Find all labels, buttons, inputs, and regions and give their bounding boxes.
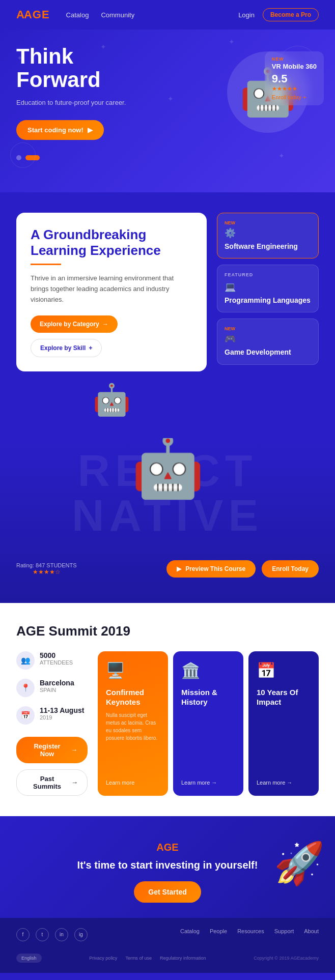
location-icon: 📍 [16,679,35,697]
summit-card-mission[interactable]: 🏛️ Mission & History Learn more → [173,651,243,796]
footer-bottom: English Privacy policy Terms of use Regu… [16,954,319,963]
react-stars: ★★★★☆ [16,568,77,575]
nav-actions: Login Become a Pro [238,8,319,21]
mission-title: Mission & History [181,687,235,707]
register-now-btn[interactable]: Register Now → [16,737,88,763]
navbar: AAGE Catalog Community Login Become a Pr… [0,0,335,30]
mission-icon: 🏛️ [181,661,235,679]
privacy-policy-link[interactable]: Privacy policy [89,956,117,961]
learning-title: A Groundbreaking Learning Experience [31,227,192,258]
location-value: Barcelona [40,679,74,687]
footer-about[interactable]: About [304,928,319,934]
terms-link[interactable]: Terms of use [125,956,152,961]
summit-layout: 👥 5000 ATTENDEES 📍 Barcelona SPAIN 📅 11-… [16,651,319,796]
date-text: 11-13 August 2019 [40,706,84,720]
regulatory-link[interactable]: Regulatory information [160,956,206,961]
arrow-icon: ▶ [88,126,93,134]
keynotes-title: Confirmed Keynotes [106,687,160,707]
keynotes-desc: Nulla suscipit eget metus ac lacinia. Cr… [106,711,160,742]
title-underline [31,264,61,265]
location-label: SPAIN [40,687,74,693]
footer-people[interactable]: People [210,928,227,934]
summit-title: AGE Summit 2019 [16,623,319,639]
nav-pro-btn[interactable]: Become a Pro [263,8,319,21]
react-robot-mascot: 🤖 [131,438,204,502]
social-facebook[interactable]: f [16,928,30,941]
arrow-icon: → [71,746,77,754]
card-badge: NEW [272,56,317,62]
summit-date: 📅 11-13 August 2019 [16,706,88,725]
course-badge-new: NEW [225,220,311,225]
enroll-today-btn[interactable]: Enroll Today [262,560,319,578]
react-native-section: REACT NATIVE 🤖 Rating: 847 STUDENTS ★★★★… [0,438,335,603]
footer: f t in ig Catalog People Resources Suppo… [0,918,335,973]
course-card-game[interactable]: NEW 🎮 Game Development [217,319,319,364]
learning-desc: Thrive in an immersive learning environm… [31,273,192,305]
hero-cta-button[interactable]: Start coding now! ▶ [16,120,104,140]
summit-location: 📍 Barcelona SPAIN [16,679,88,697]
nav-community[interactable]: Community [101,11,134,19]
course-card-programming[interactable]: FEATURED 💻 Programming Languages [217,265,319,312]
dot-1[interactable] [16,155,21,160]
hero-title: Think Forward [16,45,207,92]
summit-cards: 🖥️ Confirmed Keynotes Nulla suscipit ege… [98,651,319,796]
summit-card-keynotes[interactable]: 🖥️ Confirmed Keynotes Nulla suscipit ege… [98,651,168,796]
explore-skill-btn[interactable]: Explore by Skill + [31,339,102,357]
summit-info: 👥 5000 ATTENDEES 📍 Barcelona SPAIN 📅 11-… [16,651,88,796]
date-value: 11-13 August [40,706,84,714]
btn-arrow-icon: → [102,321,108,328]
impact-icon: 📅 [257,661,311,679]
date-label: 2019 [40,714,84,720]
learning-card: A Groundbreaking Learning Experience Thr… [16,213,207,371]
language-selector[interactable]: English [16,954,42,963]
social-linkedin[interactable]: in [55,928,68,941]
card-enroll-link[interactable]: Enroll today + [272,94,317,100]
mission-link[interactable]: Learn more → [181,780,235,786]
hero-text: Think Forward Education to future-proof … [16,45,207,140]
course-card-software[interactable]: NEW ⚙️ Software Engineering [217,213,319,258]
get-started-btn[interactable]: Get Started [134,881,201,903]
learning-buttons: Explore by Category → Explore by Skill + [31,315,192,357]
footer-support[interactable]: Support [274,928,294,934]
summit-attendees: 👥 5000 ATTENDEES [16,651,88,670]
arrow-icon: → [71,779,78,786]
course-badge-new2: NEW [225,326,311,331]
impact-title: 10 Years Of Impact [257,687,311,707]
footer-catalog[interactable]: Catalog [180,928,200,934]
btn-arrow-icon: + [89,344,92,352]
course-title-game: Game Development [225,348,311,357]
past-summits-btn[interactable]: Past Summits → [16,769,88,796]
explore-category-btn[interactable]: Explore by Category → [31,315,118,333]
course-icon: 💻 [225,281,311,293]
hero-content: Think Forward Education to future-proof … [16,45,319,140]
footer-social: f t in ig [16,928,88,941]
footer-legal-links: Privacy policy Terms of use Regulatory i… [89,956,206,961]
attendees-icon: 👥 [16,651,35,670]
attendees-value: 5000 [40,651,73,659]
preview-course-btn[interactable]: ▶ Preview This Course [166,560,256,578]
hero-pagination [16,155,319,160]
footer-nav: Catalog People Resources Support About [180,928,319,934]
react-rating-info: Rating: 847 STUDENTS ★★★★☆ [16,562,77,575]
course-title-programming: Programming Languages [225,296,311,305]
keynotes-icon: 🖥️ [106,661,160,679]
card-stars: ★★★★★ [272,85,317,92]
react-buttons: ▶ Preview This Course Enroll Today [166,560,319,578]
nav-catalog[interactable]: Catalog [66,11,89,19]
social-twitter[interactable]: t [36,928,49,941]
summit-card-impact[interactable]: 📅 10 Years Of Impact Learn more → [248,651,319,796]
footer-resources[interactable]: Resources [237,928,264,934]
course-icon: ⚙️ [225,227,311,239]
nav-login[interactable]: Login [238,11,255,19]
summit-section: AGE Summit 2019 👥 5000 ATTENDEES 📍 Barce… [0,603,335,816]
copyright-text: Copyright © 2019 AGEacademy [254,956,319,961]
logo[interactable]: AAGE [16,8,50,21]
impact-link[interactable]: Learn more → [257,780,311,786]
keynotes-link[interactable]: Learn more [106,780,160,786]
nav-links: Catalog Community [66,11,239,19]
dot-2[interactable] [25,155,40,160]
social-instagram[interactable]: ig [74,928,88,941]
hero-section: ✦ ✦ ✦ ✦ ✦ ✦ ✦ Think Forward Education to… [0,30,335,192]
footer-cta-section: AGE It's time to start investing in your… [0,816,335,918]
small-robot-mascot: 🤖 [93,382,131,418]
